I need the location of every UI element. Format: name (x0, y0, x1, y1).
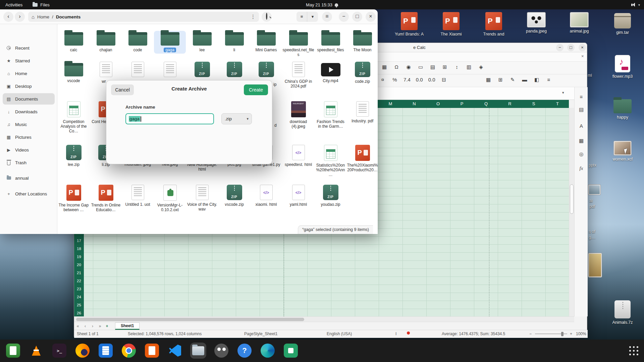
vertical-scrollbar-thumb[interactable] (570, 184, 574, 214)
desktop-icon-women-xcf[interactable]: women.xcf (602, 140, 643, 162)
create-button[interactable]: Create (244, 84, 268, 95)
file-item-code-zip[interactable]: code.zip (346, 62, 378, 84)
forward-button[interactable]: › (15, 12, 25, 22)
file-item-lee[interactable]: lee (186, 31, 218, 52)
row-header[interactable]: 22 (74, 277, 84, 285)
dock-archive-manager[interactable] (283, 343, 299, 359)
file-item-speedtest-net-files[interactable]: speedtest.net_files (282, 31, 314, 57)
view-toggle[interactable]: ≡ ▾ (297, 12, 318, 22)
border-format-icons[interactable]: ▦ ⊞ ✎ ▬ ◧ ≡ (485, 77, 552, 83)
archive-format-dropdown[interactable]: .zip ▾ (221, 113, 252, 124)
file-item-xiaomi-html[interactable]: xiaomi. html (250, 185, 282, 207)
line-style-icon[interactable]: ✎ (509, 77, 516, 83)
desktop-icon-happy-folder[interactable]: happy (602, 97, 643, 120)
breadcrumb-home[interactable]: Home (37, 14, 49, 19)
last-sheet-icon[interactable]: » (96, 324, 104, 328)
dock-terminal[interactable]: >_ (51, 343, 67, 359)
view-options-chevron-icon[interactable]: ▾ (307, 12, 318, 22)
file-item-speedtest-html[interactable]: speedtest. html (282, 145, 314, 167)
zoom-out-icon[interactable]: − (529, 331, 532, 336)
desktop-icon-gim-tar[interactable]: gim.tar (602, 12, 643, 35)
row-header[interactable]: 26 (74, 309, 84, 316)
sidebar-item-documents[interactable]: ▤Documents (3, 93, 55, 105)
row-header[interactable]: 20 (74, 261, 84, 269)
horizontal-scrollbar[interactable] (74, 316, 574, 322)
file-item-vscode-zip[interactable]: vscode.zip (218, 185, 250, 207)
column-header[interactable]: M (387, 101, 394, 106)
file-item-speedtest-files[interactable]: speedtest_files (315, 31, 346, 52)
desktop-icon-flower-mp3[interactable]: flower.mp3 (602, 55, 643, 79)
list-view-icon[interactable]: ≡ (297, 12, 307, 22)
file-item-fashion-trends[interactable]: Fashion Trends in the Garm… (315, 101, 346, 129)
sidebar-item-recent[interactable]: Recent (3, 42, 55, 54)
styles-icon[interactable]: A (575, 123, 588, 129)
expand-formula-icon[interactable]: ▾ (562, 90, 564, 95)
properties-icon[interactable]: ▤ (575, 107, 588, 113)
navigator-icon[interactable]: ◎ (575, 151, 588, 157)
archive-name-input[interactable]: gaga (125, 113, 214, 124)
files-headerbar[interactable]: ‹ › ⌂ Home / Documents ⋮ ≡ ▾ ≡ − □ × (0, 9, 378, 24)
column-header[interactable]: O (435, 101, 441, 106)
row-header[interactable]: 23 (74, 285, 84, 293)
sheet-icon[interactable]: ▦ (381, 64, 388, 70)
show-applications-icon[interactable] (628, 345, 639, 356)
vertical-scrollbar[interactable] (569, 108, 574, 316)
column-header[interactable]: Q (483, 101, 489, 106)
dock-files-active[interactable] (190, 343, 206, 359)
sheet-tab-sheet1[interactable]: Sheet1 (115, 322, 140, 330)
borders-icon[interactable]: ⊞ (497, 77, 504, 83)
dock-vscode[interactable] (167, 343, 183, 359)
column-header[interactable]: R (506, 101, 513, 106)
minimize-button[interactable]: − (556, 44, 564, 51)
horizontal-scrollbar-thumb[interactable] (76, 318, 304, 321)
file-item-versionmgr-oxt[interactable]: VersionMgr-L-0.10.2.oxt (154, 185, 186, 212)
column-header[interactable]: P (459, 101, 465, 106)
sidebar-item-other-locations[interactable]: +Other Locations (3, 188, 55, 199)
file-item-code[interactable]: code (122, 31, 154, 52)
sidebar-item-pictures[interactable]: ▦Pictures (3, 131, 55, 143)
background-color-icon[interactable]: ◧ (533, 77, 540, 83)
next-sheet-icon[interactable]: › (89, 324, 96, 328)
file-item-document[interactable] (122, 62, 154, 79)
sidebar-item-downloads[interactable]: ↓Downloads (3, 106, 55, 117)
file-item-mini-games[interactable]: Mini Games (250, 31, 282, 52)
clock[interactable]: May 21 15:33 (306, 2, 332, 7)
desktop-icon-animals-7z[interactable]: Animals.7z (602, 300, 643, 325)
row-header[interactable]: 19 (74, 253, 84, 261)
sidebar-item-annual[interactable]: annual (3, 172, 55, 184)
row-header[interactable]: 25 (74, 301, 84, 309)
desktop-icon-trends-and[interactable]: Trends and (473, 12, 515, 37)
number-format-icons[interactable]: ¤ % 7.4 0.0 0.0 ⊟ (379, 77, 447, 83)
previous-sheet-icon[interactable]: ‹ (82, 324, 89, 328)
add-decimal-icon[interactable]: 0.0 (416, 77, 423, 83)
toolbar-icons[interactable]: ▦ Ω ◉ ▭ ▤ ⊞ ↕ ▥ ◈ (381, 64, 484, 70)
dock-firefox[interactable] (74, 343, 91, 359)
maximize-button[interactable]: □ (352, 12, 362, 22)
file-item-youdao-zip[interactable]: youdao.zip (315, 185, 346, 207)
file-item-competition-analysis[interactable]: Competition Analysis of the Co… (58, 101, 90, 133)
file-item-vscode[interactable]: vscode (58, 62, 90, 83)
file-item-city-mp4[interactable]: City.mp4 (315, 62, 346, 83)
close-button[interactable]: × (579, 44, 586, 51)
breadcrumb[interactable]: ⌂ Home / Documents ⋮ (28, 12, 259, 22)
back-button[interactable]: ‹ (3, 12, 13, 22)
file-item-li[interactable]: li (218, 31, 250, 52)
dock-vlc[interactable] (28, 343, 44, 359)
file-item-voice-of-the-city-wav[interactable]: Voice of the City. wav (186, 185, 218, 212)
close-document-icon[interactable]: × (581, 54, 584, 59)
file-item-yaml-html[interactable]: yaml.html (282, 185, 314, 207)
sidebar-item-trash[interactable]: Trash (3, 157, 55, 168)
column-header[interactable]: T (554, 101, 561, 106)
textbox-icon[interactable]: ▭ (417, 64, 424, 70)
dock-libreoffice[interactable] (5, 343, 21, 359)
active-app-indicator[interactable]: Files (33, 2, 49, 7)
sidebar-item-home[interactable]: ⌂Home (3, 68, 55, 79)
file-item-download-4-jpeg[interactable]: INSURGENTdownload (4).jpeg (282, 101, 314, 129)
dock-gimp[interactable] (213, 343, 229, 359)
special-character-icon[interactable]: Ω (393, 64, 400, 70)
dock-help[interactable]: ? (236, 343, 253, 359)
row-header[interactable]: 21 (74, 269, 84, 277)
chart-icon[interactable]: ◈ (478, 64, 484, 70)
file-item-income-gap[interactable]: The Income Gap between … (58, 185, 90, 212)
path-menu-icon[interactable]: ⋮ (251, 14, 256, 20)
